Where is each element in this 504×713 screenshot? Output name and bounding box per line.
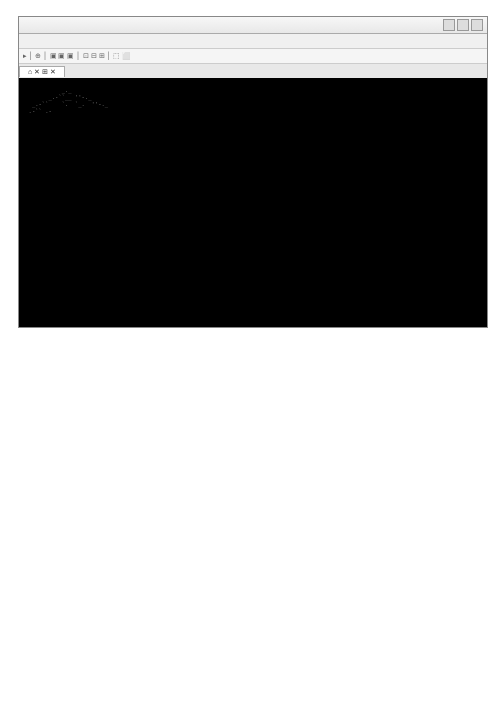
toolbar[interactable]: ▸ │ ⊕ │ ▣ ▣ ▣ │ ⊡ ⊟ ⊞ │ ⬚ ⬜ [19, 49, 487, 64]
terminal-output: _._ _.-``__ ''-._ _.-`` `. `_. ''-._ .-`… [19, 78, 487, 328]
vm-tab[interactable]: ⌂ ✕ ⊞ ✕ [19, 66, 65, 77]
tab-bar: ⌂ ✕ ⊞ ✕ [19, 64, 487, 78]
redis-ascii-logo: _._ _.-``__ ''-._ _.-`` `. `_. ''-._ .-`… [22, 87, 108, 114]
vmware-screenshot: ▸ │ ⊕ │ ▣ ▣ ▣ │ ⊡ ⊟ ⊞ │ ⬚ ⬜ ⌂ ✕ ⊞ ✕ _._ … [18, 16, 488, 328]
menu-bar[interactable] [19, 34, 487, 49]
window-titlebar [19, 17, 487, 34]
close-icon[interactable] [471, 19, 483, 31]
maximize-icon[interactable] [457, 19, 469, 31]
minimize-icon[interactable] [443, 19, 455, 31]
